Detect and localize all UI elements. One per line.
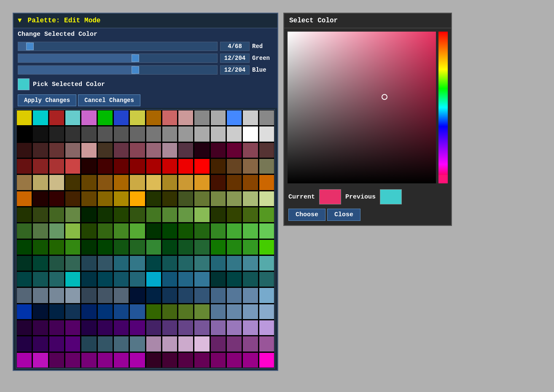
color-cell[interactable]: [49, 110, 65, 126]
color-cell[interactable]: [16, 191, 32, 207]
color-cell[interactable]: [65, 223, 81, 239]
red-slider[interactable]: [18, 42, 218, 51]
color-cell[interactable]: [16, 320, 32, 336]
color-cell[interactable]: [226, 304, 242, 320]
color-cell[interactable]: [32, 158, 48, 174]
color-cell[interactable]: [16, 158, 32, 174]
color-cell[interactable]: [49, 304, 65, 320]
color-cell[interactable]: [113, 175, 129, 190]
color-cell[interactable]: [178, 126, 194, 142]
color-cell[interactable]: [81, 175, 97, 190]
color-cell[interactable]: [32, 271, 48, 287]
color-cell[interactable]: [129, 142, 145, 158]
color-cell[interactable]: [16, 142, 32, 158]
color-cell[interactable]: [32, 126, 48, 142]
color-cell[interactable]: [129, 336, 145, 352]
color-cell[interactable]: [146, 336, 161, 352]
color-cell[interactable]: [194, 110, 210, 126]
color-cell[interactable]: [210, 158, 226, 174]
color-cell[interactable]: [226, 126, 242, 142]
color-cell[interactable]: [97, 142, 113, 158]
color-cell[interactable]: [65, 287, 81, 303]
color-cell[interactable]: [146, 175, 161, 190]
color-cell[interactable]: [259, 142, 274, 158]
color-cell[interactable]: [49, 207, 65, 223]
color-cell[interactable]: [146, 352, 161, 368]
apply-changes-button[interactable]: Apply Changes: [18, 94, 76, 106]
color-cell[interactable]: [210, 223, 226, 239]
green-slider[interactable]: [18, 54, 218, 63]
color-cell[interactable]: [226, 158, 242, 174]
color-cell[interactable]: [65, 142, 81, 158]
color-cell[interactable]: [162, 304, 177, 320]
color-cell[interactable]: [16, 271, 32, 287]
color-cell[interactable]: [129, 304, 145, 320]
color-cell[interactable]: [242, 271, 258, 287]
color-cell[interactable]: [210, 336, 226, 352]
color-cell[interactable]: [32, 287, 48, 303]
color-cell[interactable]: [242, 336, 258, 352]
color-cell[interactable]: [65, 255, 81, 271]
color-cell[interactable]: [242, 191, 258, 207]
color-cell[interactable]: [65, 304, 81, 320]
color-cell[interactable]: [97, 126, 113, 142]
color-cell[interactable]: [49, 352, 65, 368]
color-cell[interactable]: [81, 304, 97, 320]
color-cell[interactable]: [16, 207, 32, 223]
color-cell[interactable]: [226, 255, 242, 271]
color-cell[interactable]: [194, 304, 210, 320]
color-cell[interactable]: [113, 110, 129, 126]
color-cell[interactable]: [146, 304, 161, 320]
color-cell[interactable]: [129, 223, 145, 239]
color-cell[interactable]: [146, 255, 161, 271]
color-cell[interactable]: [129, 158, 145, 174]
color-cell[interactable]: [32, 175, 48, 190]
color-cell[interactable]: [97, 352, 113, 368]
color-cell[interactable]: [226, 336, 242, 352]
color-cell[interactable]: [194, 239, 210, 255]
color-cell[interactable]: [49, 175, 65, 190]
color-cell[interactable]: [242, 287, 258, 303]
color-cell[interactable]: [65, 191, 81, 207]
color-cell[interactable]: [178, 255, 194, 271]
color-cell[interactable]: [49, 191, 65, 207]
color-cell[interactable]: [178, 287, 194, 303]
color-cell[interactable]: [178, 352, 194, 368]
color-cell[interactable]: [226, 207, 242, 223]
color-cell[interactable]: [146, 239, 161, 255]
color-cell[interactable]: [81, 126, 97, 142]
color-cell[interactable]: [210, 304, 226, 320]
color-cell[interactable]: [259, 336, 274, 352]
color-cell[interactable]: [49, 320, 65, 336]
color-cell[interactable]: [146, 320, 161, 336]
color-cell[interactable]: [226, 271, 242, 287]
color-cell[interactable]: [49, 255, 65, 271]
color-cell[interactable]: [146, 223, 161, 239]
color-cell[interactable]: [242, 175, 258, 190]
color-cell[interactable]: [194, 352, 210, 368]
color-cell[interactable]: [49, 336, 65, 352]
color-cell[interactable]: [129, 255, 145, 271]
color-cell[interactable]: [97, 223, 113, 239]
color-cell[interactable]: [113, 304, 129, 320]
color-cell[interactable]: [194, 287, 210, 303]
color-cell[interactable]: [259, 271, 274, 287]
color-cell[interactable]: [32, 336, 48, 352]
color-cell[interactable]: [210, 110, 226, 126]
color-cell[interactable]: [210, 271, 226, 287]
color-cell[interactable]: [242, 320, 258, 336]
color-cell[interactable]: [259, 255, 274, 271]
color-cell[interactable]: [65, 126, 81, 142]
color-cell[interactable]: [65, 336, 81, 352]
color-cell[interactable]: [16, 304, 32, 320]
color-cell[interactable]: [226, 287, 242, 303]
color-cell[interactable]: [178, 158, 194, 174]
color-cell[interactable]: [259, 175, 274, 190]
color-cell[interactable]: [97, 158, 113, 174]
color-cell[interactable]: [146, 287, 161, 303]
color-cell[interactable]: [242, 142, 258, 158]
color-cell[interactable]: [242, 223, 258, 239]
color-cell[interactable]: [210, 175, 226, 190]
color-cell[interactable]: [146, 126, 161, 142]
color-cell[interactable]: [259, 239, 274, 255]
